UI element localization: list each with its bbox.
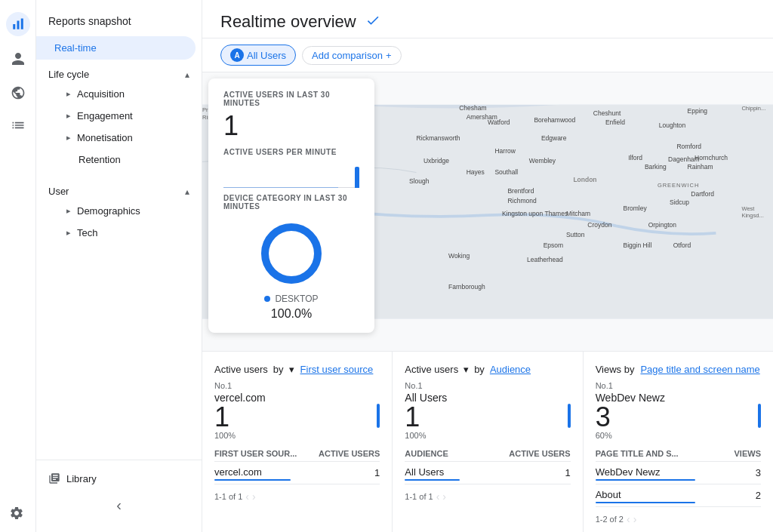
globe-icon[interactable]	[11, 85, 26, 103]
avatar: A	[230, 48, 244, 62]
sidebar-section-lifecycle[interactable]: Life cycle ▴	[36, 60, 202, 83]
svg-point-53	[265, 227, 318, 280]
sidebar-library[interactable]: Library	[36, 466, 202, 490]
svg-text:Croydon: Croydon	[587, 221, 611, 229]
card1-top-number: 1	[214, 404, 266, 431]
table-cell-dim: About	[596, 484, 721, 507]
card3-pagination-text: 1-2 of 2	[596, 515, 624, 524]
sidebar-section-user[interactable]: User ▴	[36, 177, 202, 200]
table-row: About2	[596, 484, 761, 507]
sidebar-item-realtime[interactable]: Real-time	[36, 36, 196, 60]
card2-table: AUDIENCE ACTIVE USERS All Users1	[405, 446, 570, 484]
table-cell-dim: All Users	[405, 462, 473, 484]
svg-text:Woking: Woking	[448, 252, 470, 260]
card3-pagination: 1-2 of 2 ‹ ›	[596, 513, 761, 525]
card3-rank: No.1	[596, 381, 761, 390]
card1-prev-button[interactable]: ‹	[245, 490, 249, 503]
card-audience: Active users ▾ by Audience No.1 All User…	[393, 352, 583, 532]
add-comparison-button[interactable]: Add comparison +	[302, 46, 402, 65]
svg-text:Dagenham: Dagenham	[668, 155, 700, 163]
table-cell-dim: vercel.com	[214, 462, 310, 484]
svg-text:Epping: Epping	[688, 107, 708, 115]
svg-text:London: London	[573, 176, 596, 183]
svg-text:Ilford: Ilford	[628, 154, 642, 161]
card1-bar-indicator	[377, 404, 380, 428]
svg-text:Biggin Hill: Biggin Hill	[624, 241, 652, 249]
card1-table: FIRST USER SOUR... ACTIVE USERS vercel.c…	[214, 446, 380, 484]
svg-text:Dartford: Dartford	[691, 190, 714, 198]
card3-dimension-link[interactable]: Page title and screen name	[640, 364, 759, 375]
sidebar-item-retention[interactable]: Retention	[36, 149, 196, 171]
engagement-label: Engagement	[77, 110, 133, 121]
sidebar-item-monetisation[interactable]: ▸ Monetisation	[36, 127, 196, 149]
all-users-label: All Users	[247, 50, 286, 61]
card3-title-prefix: Views by	[596, 364, 635, 375]
svg-text:Rainham: Rainham	[688, 163, 713, 171]
realtime-label: Real-time	[54, 42, 97, 54]
card2-next-button[interactable]: ›	[442, 490, 446, 503]
content-area: Cheshunt Epping Watford Borehamwood Enfi…	[202, 72, 773, 532]
user-title: User	[48, 186, 69, 197]
svg-text:Romford: Romford	[676, 143, 701, 150]
card2-prev-button[interactable]: ‹	[436, 490, 440, 503]
map-section: Cheshunt Epping Watford Borehamwood Enfi…	[202, 72, 773, 351]
analytics-icon[interactable]	[6, 12, 30, 36]
svg-text:Hayes: Hayes	[467, 168, 485, 176]
donut-percent: 100.0%	[271, 307, 312, 321]
svg-text:Otford: Otford	[673, 241, 691, 249]
card3-top-number: 3	[596, 404, 665, 431]
card2-pagination: 1-1 of 1 ‹ ›	[405, 490, 570, 503]
table-cell-dim: WebDev Newz	[596, 462, 721, 484]
demographics-label: Demographics	[77, 205, 140, 217]
library-label: Library	[66, 473, 97, 484]
all-users-chip[interactable]: A All Users	[220, 45, 296, 66]
card2-col2-header: ACTIVE USERS	[473, 446, 571, 462]
audience-icon[interactable]	[11, 51, 26, 70]
sidebar-item-engagement[interactable]: ▸ Engagement	[36, 105, 196, 127]
svg-text:Wembley: Wembley	[529, 157, 556, 165]
svg-text:Sidcup: Sidcup	[670, 198, 689, 206]
collapse-sidebar-button[interactable]: ‹	[36, 490, 202, 520]
card2-dimension-link[interactable]: Audience	[490, 364, 531, 375]
svg-text:Slough: Slough	[409, 177, 430, 185]
sidebar: Reports snapshot Real-time Life cycle ▴ …	[36, 0, 202, 532]
donut-section: DESKTOP 100.0%	[223, 214, 359, 321]
table-cell-bar	[596, 479, 696, 481]
lifecycle-chevron-up: ▴	[185, 69, 189, 80]
svg-text:Loughton: Loughton	[659, 121, 686, 129]
table-row: vercel.com1	[214, 462, 380, 484]
svg-text:Orpington: Orpington	[648, 221, 677, 229]
sidebar-item-acquisition[interactable]: ▸ Acquisition	[36, 83, 196, 105]
card1-title-prefix: Active users	[214, 364, 268, 375]
card2-title: Active users ▾ by Audience	[405, 364, 570, 375]
main-content: Realtime overview A All Users Add compar…	[202, 0, 773, 532]
card3-title: Views by Page title and screen name	[596, 364, 761, 375]
settings-button[interactable]	[9, 506, 24, 523]
svg-text:Barking: Barking	[645, 163, 667, 171]
device-label: DEVICE CATEGORY IN LAST 30 MINUTES	[223, 194, 359, 211]
svg-text:Chippin...: Chippin...	[741, 105, 765, 112]
card1-next-button[interactable]: ›	[252, 490, 256, 503]
donut-legend-label: DESKTOP	[275, 294, 318, 304]
sidebar-header: Reports snapshot	[36, 6, 202, 36]
svg-text:Farnborough: Farnborough	[448, 283, 485, 291]
card3-next-button[interactable]: ›	[633, 513, 637, 525]
svg-text:Kingston upon Thames: Kingston upon Thames	[502, 210, 568, 217]
sidebar-item-demographics[interactable]: ▸ Demographics	[36, 200, 196, 222]
card3-prev-button[interactable]: ‹	[627, 513, 630, 525]
donut-legend: DESKTOP	[264, 294, 318, 304]
table-cell-val: 2	[721, 484, 761, 507]
add-comparison-label: Add comparison	[312, 50, 383, 61]
card1-title-by: by	[273, 364, 284, 375]
active-users-label: ACTIVE USERS IN LAST 30 MINUTES	[223, 91, 359, 107]
svg-rect-2	[20, 19, 23, 29]
card1-title-chevron: ▾	[289, 364, 294, 375]
svg-text:Harrow: Harrow	[494, 147, 516, 155]
card2-rank: No.1	[405, 381, 570, 390]
card1-dimension-link[interactable]: First user source	[300, 364, 374, 375]
card2-title-prefix: Active users	[405, 364, 458, 375]
sidebar-item-tech[interactable]: ▸ Tech	[36, 222, 196, 244]
list-icon[interactable]	[11, 118, 26, 135]
retention-label: Retention	[66, 154, 121, 165]
svg-text:Sutton: Sutton	[566, 231, 585, 238]
